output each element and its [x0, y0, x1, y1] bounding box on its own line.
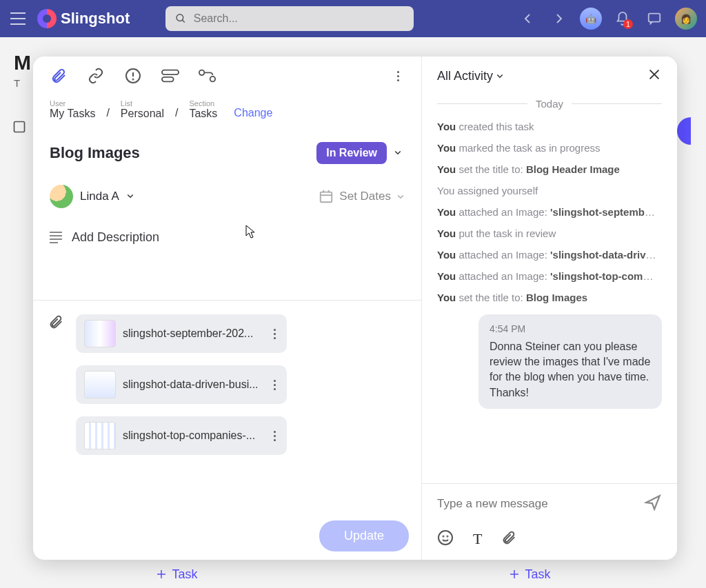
close-button[interactable]: [647, 67, 662, 85]
assignee-avatar-icon: [50, 185, 73, 208]
top-nav: Slingshot 🤖 1 👩: [0, 0, 706, 37]
workflow-icon: [199, 69, 216, 83]
send-button[interactable]: [644, 494, 662, 514]
paperclip-icon: [501, 530, 516, 545]
close-icon: [647, 67, 662, 82]
activity-body: Today You created this task You marked t…: [422, 95, 677, 483]
bc-section-label: Section: [189, 99, 217, 108]
chevron-down-icon: [396, 192, 405, 201]
notification-badge: 1: [623, 19, 633, 29]
assign-row: Linda A Set Dates: [33, 164, 421, 208]
activity-item: You assigned yourself: [437, 183, 662, 198]
svg-line-4: [183, 20, 185, 22]
attachment-item[interactable]: slingshot-top-companies-...: [76, 416, 287, 455]
activity-filter[interactable]: All Activity: [437, 69, 504, 83]
task-title: Blog Images: [50, 144, 140, 162]
app-name: Slingshot: [61, 10, 130, 28]
status-pill[interactable]: In Review: [316, 142, 387, 164]
chat-button[interactable]: [643, 7, 666, 30]
attachment-menu[interactable]: [271, 327, 279, 341]
attachment-name: slingshot-data-driven-busi...: [123, 378, 264, 391]
nav-back[interactable]: [516, 7, 539, 30]
section-tool[interactable]: [161, 67, 179, 85]
assignee-picker[interactable]: Linda A: [50, 185, 134, 208]
send-icon: [644, 494, 662, 511]
task-more-menu[interactable]: [392, 63, 405, 89]
svg-rect-14: [162, 70, 179, 75]
activity-item: You attached an Image: 'slingshot-septem…: [437, 205, 658, 219]
activity-item: You marked the task as in progress: [437, 141, 662, 155]
activity-item: You put the task in review: [437, 226, 662, 241]
chevron-down-icon: [394, 148, 402, 156]
workflow-tool[interactable]: [199, 67, 216, 85]
activity-item: You attached an Image: 'slingshot-top-co…: [437, 269, 658, 283]
message-body: Donna Steiner can you please review the …: [490, 339, 651, 401]
text-format-button[interactable]: T: [473, 530, 482, 548]
bc-section[interactable]: Tasks: [189, 108, 217, 120]
task-toolbar: [33, 57, 421, 95]
svg-point-25: [443, 536, 444, 537]
compose-attach-button[interactable]: [501, 530, 516, 548]
description-field[interactable]: Add Description: [33, 208, 421, 245]
menu-button[interactable]: [8, 8, 29, 29]
attachment-menu[interactable]: [271, 429, 279, 443]
attachment-tool[interactable]: [50, 67, 68, 85]
priority-tool[interactable]: [124, 67, 142, 85]
emoji-button[interactable]: [437, 529, 454, 549]
attachment-item[interactable]: slingshot-september-202...: [76, 314, 287, 353]
attachment-item[interactable]: slingshot-data-driven-busi...: [76, 365, 287, 404]
smile-icon: [437, 529, 454, 546]
task-modal: User My Tasks / List Personal / Section …: [33, 57, 677, 560]
attachments-list: slingshot-september-202... slingshot-dat…: [76, 314, 406, 455]
section-icon: [161, 69, 179, 83]
assistant-avatar[interactable]: 🤖: [579, 7, 603, 30]
link-tool[interactable]: [87, 67, 105, 85]
bc-user-label: User: [50, 99, 95, 108]
attachment-menu[interactable]: [271, 378, 279, 392]
task-detail-pane: User My Tasks / List Personal / Section …: [33, 57, 422, 560]
paperclip-icon: [48, 314, 63, 330]
search-input[interactable]: [194, 12, 404, 25]
bg-board-icon: [12, 120, 26, 136]
add-task-left[interactable]: Task: [0, 560, 353, 588]
svg-point-16: [199, 70, 204, 75]
activity-item: You set the title to: Blog Images: [437, 290, 662, 305]
breadcrumb-change[interactable]: Change: [234, 107, 272, 119]
bc-list-label: List: [121, 99, 164, 108]
bc-list[interactable]: Personal: [121, 108, 164, 120]
title-row: Blog Images In Review: [33, 120, 421, 164]
compose-input[interactable]: [437, 497, 637, 511]
attachments-icon-col: [48, 314, 63, 455]
app-logo[interactable]: Slingshot: [37, 9, 130, 28]
attachment-name: slingshot-top-companies-...: [123, 429, 264, 442]
attachment-name: slingshot-september-202...: [123, 327, 264, 340]
nav-forward[interactable]: [547, 7, 571, 30]
user-avatar[interactable]: 👩: [674, 7, 698, 30]
plus-icon: [155, 568, 168, 580]
chevron-down-icon: [496, 72, 504, 80]
compose-tools: T: [437, 529, 662, 549]
user-avatar-icon: 👩: [675, 8, 697, 30]
description-icon: [50, 232, 62, 243]
activity-pane: All Activity Today You created this task…: [422, 57, 677, 560]
notifications-button[interactable]: 1: [611, 7, 634, 30]
svg-rect-18: [321, 192, 332, 203]
set-dates[interactable]: Set Dates: [319, 189, 405, 204]
calendar-icon: [319, 189, 334, 204]
svg-point-17: [210, 77, 215, 81]
search-box[interactable]: [165, 6, 414, 31]
assignee-name: Linda A: [80, 190, 119, 203]
attachment-thumbnail: [84, 371, 116, 398]
link-icon: [88, 68, 104, 84]
svg-point-24: [438, 531, 452, 545]
svg-rect-15: [162, 77, 174, 82]
add-task-right[interactable]: Task: [353, 560, 706, 588]
status-dropdown[interactable]: [391, 147, 405, 159]
bc-user[interactable]: My Tasks: [50, 108, 95, 120]
logo-icon: [37, 9, 57, 28]
alert-circle-icon: [125, 68, 141, 84]
update-button[interactable]: Update: [319, 520, 409, 551]
attachment-thumbnail: [84, 422, 116, 449]
activity-item: You created this task: [437, 119, 662, 134]
chat-icon: [647, 11, 662, 26]
